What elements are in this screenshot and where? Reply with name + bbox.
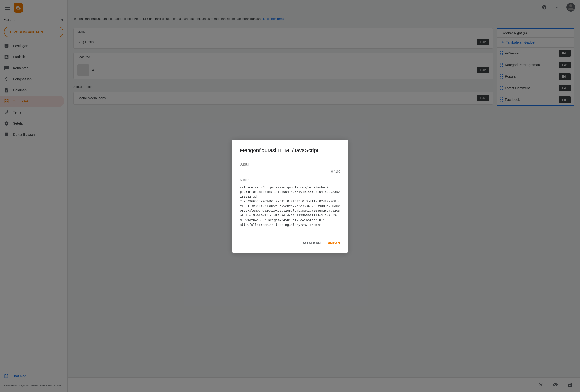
modal-actions: BATALKAN SIMPAN <box>240 241 340 245</box>
cancel-button[interactable]: BATALKAN <box>301 241 321 245</box>
modal-content-wrapper: Konten <iframe src="https://www.google.c… <box>240 178 340 235</box>
judul-input[interactable] <box>240 160 340 169</box>
konten-label: Konten <box>240 178 340 182</box>
char-count: 0 / 100 <box>240 170 340 173</box>
konten-textarea[interactable]: <iframe src="https://www.google.com/maps… <box>240 183 340 231</box>
modal-judul-field: 0 / 100 <box>240 160 340 173</box>
modal: Mengonfigurasi HTML/JavaScript 0 / 100 K… <box>232 140 348 253</box>
modal-title: Mengonfigurasi HTML/JavaScript <box>240 147 340 154</box>
save-button[interactable]: SIMPAN <box>327 241 340 245</box>
modal-overlay[interactable]: Mengonfigurasi HTML/JavaScript 0 / 100 K… <box>0 0 580 392</box>
